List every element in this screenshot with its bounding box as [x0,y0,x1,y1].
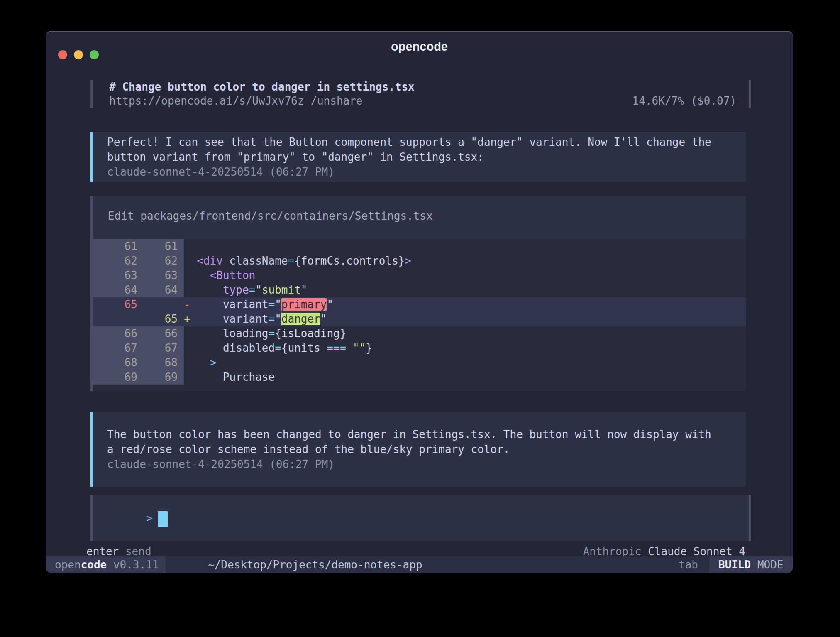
prompt-input[interactable]: > [90,495,751,541]
message-text: Perfect! I can see that the Button compo… [107,135,733,149]
build-mode-badge: BUILD MODE [709,556,793,573]
message-text: button variant from "primary" to "danger… [107,149,733,164]
share-url[interactable]: https://opencode.ai/s/UwJxv76z [109,95,304,107]
message-meta: claude-sonnet-4-20250514 (06:27 PM) [107,164,733,179]
message-accent-bar [90,412,93,487]
model-indicator: Anthropic Claude Sonnet 4 [583,546,745,557]
send-hint: enter send [86,546,151,557]
prompt-line: > [146,510,168,527]
message-text: a red/rose color scheme instead of the b… [107,442,733,457]
window-title: opencode [46,40,793,54]
token-usage: 14.6K/7% ($0.07) [632,94,736,108]
diff-row: 6666 loading={isLoading} [90,326,746,341]
message-meta: claude-sonnet-4-20250514 (06:27 PM) [107,457,733,472]
diff-title: Edit packages/frontend/src/containers/Se… [90,196,746,223]
assistant-message-2: The button color has been changed to dan… [90,412,746,487]
share-url-line: https://opencode.ai/s/UwJxv76z /unshare [109,94,363,108]
input-right-rule [749,495,751,541]
diff-row: 6868 > [90,355,746,370]
diff-left-rule [90,196,93,391]
prompt-chevron: > [146,512,153,524]
diff-rows: 61616262 <div className={formCs.controls… [90,239,746,391]
header-left-rule [90,80,93,108]
message-accent-bar [90,132,93,182]
opencode-window: opencode # Change button color to danger… [46,31,793,573]
diff-row: 6969 Purchase [90,370,746,385]
input-left-rule [90,495,93,541]
diff-row: 6363 <Button [90,268,746,283]
assistant-message-1: Perfect! I can see that the Button compo… [90,132,746,182]
app-version-chip: opencode v0.3.11 [46,556,166,573]
diff-card: Edit packages/frontend/src/containers/Se… [90,196,746,391]
diff-row: 6464 type="submit" [90,283,746,297]
diff-row: 6262 <div className={formCs.controls}> [90,254,746,268]
message-text: The button color has been changed to dan… [107,427,733,442]
header-right-rule [749,80,751,108]
hint-bar: enter send Anthropic Claude Sonnet 4 [46,546,793,557]
diff-row: 65- variant="primary" [90,297,746,312]
working-directory: ~/Desktop/Projects/demo-notes-app [208,559,422,571]
status-bar: opencode v0.3.11 ~/Desktop/Projects/demo… [46,556,793,573]
diff-row: 6161 [90,239,746,254]
session-header: # Change button color to danger in setti… [90,80,751,108]
diff-row: 65+ variant="danger" [90,312,746,326]
window-titlebar: opencode [46,32,793,80]
session-title: # Change button color to danger in setti… [109,80,415,94]
diff-row: 6767 disabled={units === ""} [90,341,746,355]
tab-key-hint: tab [679,559,698,571]
unshare-command[interactable]: /unshare [310,95,362,107]
text-cursor [158,511,168,527]
